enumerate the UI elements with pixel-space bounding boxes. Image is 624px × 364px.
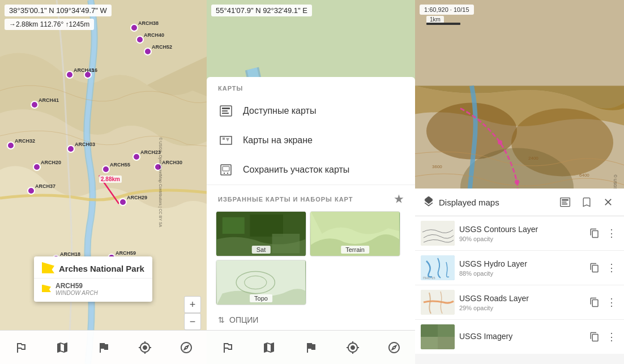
layer-name-roads: USGS Roads Layer <box>459 294 583 303</box>
thumb-topo[interactable]: Topo <box>216 260 306 305</box>
zoom-in-button-1[interactable]: + <box>184 296 201 313</box>
target-tool-2[interactable] <box>343 337 363 358</box>
favorites-label: ИЗБРАННЫЕ КАРТЫ И НАБОРЫ КАРТ <box>218 196 353 203</box>
map-marker-arch20[interactable] <box>33 163 41 171</box>
layer-more-contours[interactable]: ⋮ <box>605 226 618 240</box>
svg-rect-17 <box>223 217 245 234</box>
layer-name-contours: USGS Contours Layer <box>459 225 583 234</box>
layer-info-roads: USGS Roads Layer 29% opacity <box>459 294 583 311</box>
svg-point-28 <box>498 140 502 145</box>
bottom-toolbar-2 <box>207 330 415 364</box>
map-marker-arch03[interactable] <box>67 145 75 153</box>
map-marker-arch41[interactable] <box>31 101 39 109</box>
mountain-tool-1[interactable] <box>11 337 31 358</box>
thumb-sat-label: Sat <box>252 246 271 254</box>
marker-label-arch37: ARCH37 <box>35 183 55 189</box>
map-marker-arch23[interactable] <box>133 153 140 161</box>
coordinates-display-1: 38°35'00.1" N 109°34'49.7" W <box>5 5 112 16</box>
layer-thumb-hydro: ПНС-15 <box>421 255 455 280</box>
compass-tool-2[interactable] <box>384 337 404 358</box>
nav-info-bar: →2.88km 112.76° ↑1245m <box>5 19 94 30</box>
target-icon-2 <box>346 341 360 354</box>
svg-text:2400: 2400 <box>528 156 538 161</box>
layer-opacity-contours: 90% opacity <box>459 235 583 242</box>
map-top-bar-1: 38°35'00.1" N 109°34'49.7" W →2.88km 112… <box>5 5 202 30</box>
menu-item-available-maps[interactable]: Доступные карты <box>207 96 415 126</box>
layer-thumb-roads <box>421 290 455 315</box>
options-row[interactable]: ⇅ ОПЦИИ <box>207 311 415 324</box>
svg-rect-45 <box>421 324 438 337</box>
layers-bookmark-button[interactable] <box>579 194 595 210</box>
scale-ruler-line <box>426 23 460 25</box>
svg-text:ПНС-15: ПНС-15 <box>423 276 435 280</box>
target-tool-1[interactable] <box>135 337 155 358</box>
popup-title-text: Arches National Park <box>59 264 144 273</box>
available-maps-icon <box>218 103 234 119</box>
marker-label-arch41: ARCH41 <box>39 97 59 103</box>
panel-layers-map: 3600 2400 6400 10000 13500 1:60,920 · 10… <box>415 0 624 364</box>
thumb-terrain[interactable]: Terrain <box>310 211 400 256</box>
map-marker-arch52[interactable] <box>144 48 152 55</box>
svg-rect-46 <box>438 337 455 349</box>
svg-rect-15 <box>223 166 229 171</box>
section-maps-label: КАРТЫ <box>218 85 243 92</box>
layer-more-roads[interactable]: ⋮ <box>605 296 618 309</box>
scale-bar: 1:60,920 · 10/15 <box>420 5 474 15</box>
marker-label-arch16: 16 <box>92 67 97 73</box>
marker-label-arch59-bottom: ARCH59 <box>116 250 136 256</box>
marker-label-arch32: ARCH32 <box>15 138 35 144</box>
layer-item-contours: USGS Contours Layer 90% opacity ⋮ <box>415 216 624 251</box>
flag-icon-large <box>42 262 54 275</box>
flag-tool-2[interactable] <box>301 337 321 358</box>
menu-item-save-map-area[interactable]: Сохранить участок карты <box>207 155 415 185</box>
layer-copy-hydro[interactable] <box>588 261 601 275</box>
target-icon-1 <box>138 341 152 354</box>
map-marker-arch32[interactable] <box>7 142 15 149</box>
layer-actions-imagery: ⋮ <box>588 330 618 344</box>
flag-icon-tool-2 <box>304 341 318 354</box>
coords-text-1: 38°35'00.1" N 109°34'49.7" W <box>9 6 107 15</box>
zoom-out-button-1[interactable]: − <box>184 313 201 330</box>
map-tool-2[interactable] <box>259 337 279 358</box>
layer-thumb-contours <box>421 221 455 246</box>
bottom-toolbar-1 <box>0 330 207 364</box>
map-marker-arch29[interactable] <box>119 198 127 206</box>
layer-copy-imagery[interactable] <box>588 330 601 344</box>
marker-label-arch43: ARCH43 <box>74 67 94 73</box>
add-favorite-button[interactable]: ★ <box>394 193 404 205</box>
map-tool-1[interactable] <box>52 337 72 358</box>
maps-on-screen-icon <box>218 132 234 148</box>
layer-actions-contours: ⋮ <box>588 226 618 240</box>
layers-add-button[interactable] <box>557 194 573 210</box>
map-icon-1 <box>55 341 69 354</box>
menu-item-maps-on-screen[interactable]: Карты на экране <box>207 126 415 155</box>
layer-thumb-imagery <box>421 324 455 349</box>
popup-sub-row: ARCH59 WINDOW ARCH <box>34 279 152 302</box>
map-marker-arch37[interactable] <box>27 187 35 195</box>
layers-close-button[interactable] <box>600 194 616 210</box>
layer-copy-roads[interactable] <box>588 296 601 309</box>
location-popup[interactable]: Arches National Park ARCH59 WINDOW ARCH <box>34 256 152 302</box>
compass-icon-1 <box>179 341 193 354</box>
map-marker-arch40[interactable] <box>136 36 144 44</box>
svg-text:3600: 3600 <box>432 164 442 169</box>
thumb-topo-label: Topo <box>250 294 272 302</box>
options-chevrons: ⇅ <box>218 315 225 324</box>
map-marker-arch55[interactable] <box>102 165 110 173</box>
mountain-icon-2 <box>221 341 234 354</box>
layer-info-imagery: USGS Imagery <box>459 332 583 342</box>
svg-rect-48 <box>421 337 438 349</box>
layers-panel-title: Displayed maps <box>439 198 499 207</box>
compass-tool-1[interactable] <box>176 337 196 358</box>
marker-label-arch03: ARCH03 <box>75 142 95 147</box>
layer-more-imagery[interactable]: ⋮ <box>605 330 618 344</box>
panel-arches-map: 38°35'00.1" N 109°34'49.7" W →2.88km 112… <box>0 0 207 364</box>
layer-copy-contours[interactable] <box>588 226 601 240</box>
menu-item-1-text: Доступные карты <box>243 106 316 116</box>
layer-more-hydro[interactable]: ⋮ <box>605 261 618 275</box>
flag-tool-1[interactable] <box>93 337 114 358</box>
mountain-tool-2[interactable] <box>217 337 238 358</box>
thumb-sat[interactable]: Sat <box>216 211 306 256</box>
map-marker-arch43[interactable] <box>66 71 74 79</box>
save-map-area-icon <box>218 162 234 178</box>
